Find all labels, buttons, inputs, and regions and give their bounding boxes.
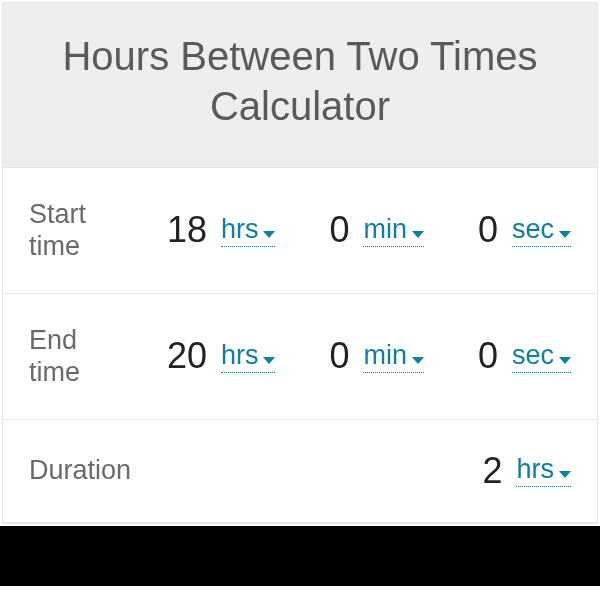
start-min-value[interactable]: 0 [301, 209, 349, 251]
chevron-down-icon [263, 357, 275, 364]
end-sec-unit-select[interactable]: sec [512, 340, 571, 373]
duration-row: Duration 2 hrs [3, 420, 597, 523]
footer-bar [0, 526, 600, 586]
end-sec-value[interactable]: 0 [450, 335, 498, 377]
header: Hours Between Two Times Calculator [3, 3, 597, 168]
start-hrs-unit-text: hrs [221, 214, 259, 245]
chevron-down-icon [559, 357, 571, 364]
start-hrs-value[interactable]: 18 [159, 209, 207, 251]
end-hrs-value[interactable]: 20 [159, 335, 207, 377]
end-hrs-unit-text: hrs [221, 340, 259, 371]
end-hrs-unit-select[interactable]: hrs [221, 340, 276, 373]
end-min-value[interactable]: 0 [301, 335, 349, 377]
duration-unit-text: hrs [516, 454, 554, 485]
end-min-unit-text: min [363, 340, 407, 371]
end-min-unit-select[interactable]: min [363, 340, 424, 373]
duration-label: Duration [29, 454, 131, 486]
duration-unit-select[interactable]: hrs [516, 454, 571, 487]
chevron-down-icon [263, 231, 275, 238]
start-min-unit-text: min [363, 214, 407, 245]
start-time-row: Start time 18 hrs 0 min 0 sec [3, 168, 597, 294]
chevron-down-icon [412, 357, 424, 364]
chevron-down-icon [559, 231, 571, 238]
start-hrs-unit-select[interactable]: hrs [221, 214, 276, 247]
end-time-row: End time 20 hrs 0 min 0 sec [3, 294, 597, 420]
start-sec-unit-select[interactable]: sec [512, 214, 571, 247]
end-time-label: End time [29, 324, 111, 389]
calculator-card: Hours Between Two Times Calculator Start… [2, 2, 598, 524]
start-sec-value[interactable]: 0 [450, 209, 498, 251]
start-sec-unit-text: sec [512, 214, 554, 245]
chevron-down-icon [559, 471, 571, 478]
chevron-down-icon [412, 231, 424, 238]
page-title: Hours Between Two Times Calculator [23, 31, 577, 131]
end-sec-unit-text: sec [512, 340, 554, 371]
duration-value: 2 [454, 450, 502, 492]
start-time-label: Start time [29, 198, 111, 263]
start-min-unit-select[interactable]: min [363, 214, 424, 247]
